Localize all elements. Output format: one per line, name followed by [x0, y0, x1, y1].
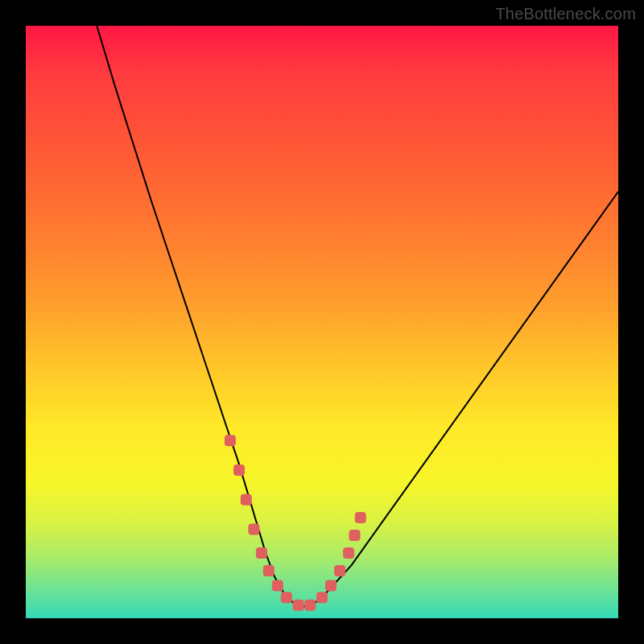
highlight-marker [281, 592, 292, 603]
highlight-marker [272, 580, 283, 592]
highlight-marker [241, 494, 252, 506]
chart-frame: TheBottleneck.com [0, 0, 644, 644]
plot-area [26, 26, 618, 618]
watermark-text: TheBottleneck.com [495, 5, 636, 23]
highlight-marker [248, 524, 259, 535]
highlight-markers [225, 435, 366, 611]
marker-layer [26, 26, 618, 618]
highlight-marker [263, 565, 275, 576]
highlight-marker [334, 565, 345, 576]
highlight-marker [316, 592, 328, 603]
highlight-marker [304, 600, 316, 611]
highlight-marker [256, 547, 267, 559]
highlight-marker [349, 530, 361, 541]
highlight-marker [355, 512, 366, 523]
highlight-marker [233, 464, 245, 476]
highlight-marker [225, 435, 236, 446]
highlight-marker [325, 580, 336, 592]
highlight-marker [293, 600, 304, 611]
highlight-marker [343, 547, 354, 559]
